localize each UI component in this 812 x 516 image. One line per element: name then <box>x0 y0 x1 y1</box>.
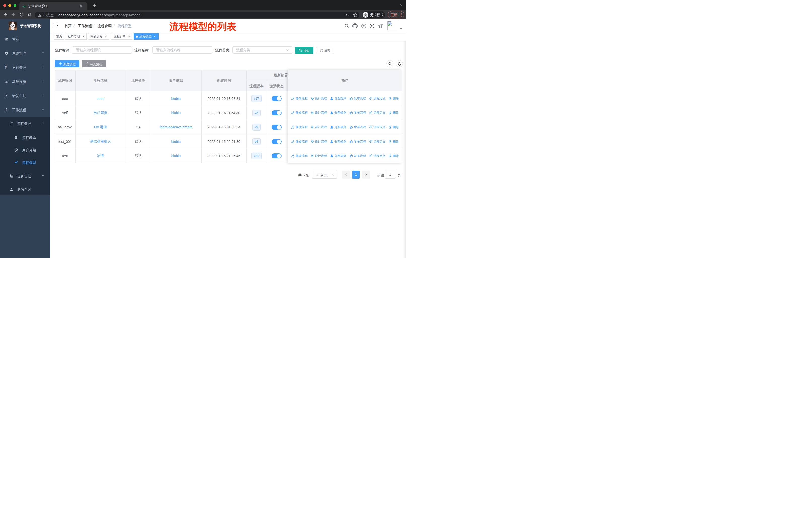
svg-text:?: ? <box>363 25 365 28</box>
